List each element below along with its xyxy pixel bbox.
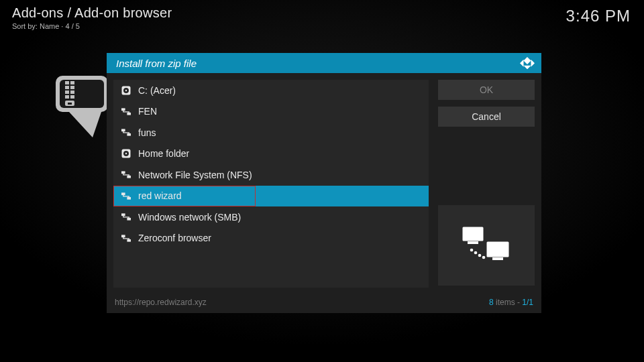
file-row-label: funs xyxy=(138,127,156,138)
svg-rect-5 xyxy=(70,86,74,89)
svg-rect-22 xyxy=(121,172,125,174)
network-computers-icon xyxy=(461,225,512,265)
page-header: Add-ons / Add-on browser Sort by: Name ·… xyxy=(12,5,172,30)
file-row-label: Home folder xyxy=(138,148,189,159)
file-row[interactable]: C: (Acer) xyxy=(113,80,429,101)
disk-icon xyxy=(121,149,131,158)
kodi-logo-icon xyxy=(520,57,535,69)
svg-point-37 xyxy=(482,256,486,259)
network-icon xyxy=(121,191,131,200)
source-preview xyxy=(438,205,535,286)
disk-icon xyxy=(121,86,131,95)
svg-rect-29 xyxy=(127,239,131,242)
svg-rect-15 xyxy=(121,108,125,111)
file-row-label: FEN xyxy=(138,106,157,117)
breadcrumb: Add-ons / Add-on browser xyxy=(12,5,172,21)
svg-point-36 xyxy=(478,254,482,257)
svg-rect-25 xyxy=(127,197,131,200)
svg-rect-16 xyxy=(127,113,131,115)
svg-rect-11 xyxy=(68,103,72,105)
file-row-label: Network File System (NFS) xyxy=(138,170,252,180)
svg-point-21 xyxy=(125,153,127,154)
svg-point-34 xyxy=(470,249,474,252)
dialog-title: Install from zip file xyxy=(116,58,197,69)
network-icon xyxy=(121,233,131,243)
file-browser-list[interactable]: C: (Acer)FENfunsHome folderNetwork File … xyxy=(113,80,429,288)
dialog-footer: https://repo.redwizard.xyz 8 items - 1/1 xyxy=(107,294,541,313)
network-icon xyxy=(121,107,131,116)
file-row[interactable]: Network File System (NFS) xyxy=(113,164,429,186)
svg-rect-6 xyxy=(65,90,69,94)
svg-rect-2 xyxy=(65,81,69,84)
svg-rect-32 xyxy=(488,243,508,256)
file-row[interactable]: funs xyxy=(113,122,429,143)
file-row-label: Windows network (SMB) xyxy=(138,212,241,223)
ok-button[interactable]: OK xyxy=(438,80,535,100)
svg-rect-4 xyxy=(65,86,69,89)
file-row[interactable]: FEN xyxy=(113,101,429,123)
svg-rect-31 xyxy=(468,241,478,244)
svg-point-35 xyxy=(474,251,478,255)
items-count: 8 items - 1/1 xyxy=(489,298,533,307)
cancel-button[interactable]: Cancel xyxy=(438,107,535,127)
file-row[interactable]: Windows network (SMB) xyxy=(113,206,429,228)
dialog-header: Install from zip file xyxy=(107,53,541,73)
file-row-label: Zeroconf browser xyxy=(138,233,211,243)
file-row[interactable]: red wizard xyxy=(113,186,429,207)
svg-rect-8 xyxy=(65,95,69,99)
network-icon xyxy=(121,213,131,222)
svg-rect-7 xyxy=(70,90,74,94)
svg-rect-30 xyxy=(464,228,482,240)
svg-point-14 xyxy=(125,90,127,91)
source-url: https://repo.redwizard.xyz xyxy=(115,298,207,307)
file-row-label: C: (Acer) xyxy=(138,85,176,96)
sort-info: Sort by: Name · 4 / 5 xyxy=(12,22,172,30)
dialog-body: C: (Acer)FENfunsHome folderNetwork File … xyxy=(107,73,541,294)
file-row-label: red wizard xyxy=(138,190,182,201)
svg-rect-33 xyxy=(492,257,503,260)
svg-rect-17 xyxy=(121,129,125,132)
svg-rect-18 xyxy=(127,133,131,136)
file-row-highlight: red wizard xyxy=(113,186,256,207)
file-row[interactable]: Home folder xyxy=(113,143,429,165)
svg-rect-27 xyxy=(127,218,131,221)
network-icon xyxy=(121,128,131,137)
dialog-side-panel: OK Cancel xyxy=(438,80,535,288)
install-zip-dialog: Install from zip file C: (Acer)FENfunsHo… xyxy=(107,53,541,313)
svg-rect-9 xyxy=(70,95,74,99)
svg-rect-3 xyxy=(70,81,74,84)
svg-rect-24 xyxy=(121,192,125,195)
clock: 3:46 PM xyxy=(566,7,631,25)
svg-rect-26 xyxy=(121,214,125,217)
svg-rect-28 xyxy=(121,235,125,237)
svg-rect-23 xyxy=(127,176,131,178)
network-icon xyxy=(121,170,131,180)
file-row[interactable]: Zeroconf browser xyxy=(113,228,429,249)
